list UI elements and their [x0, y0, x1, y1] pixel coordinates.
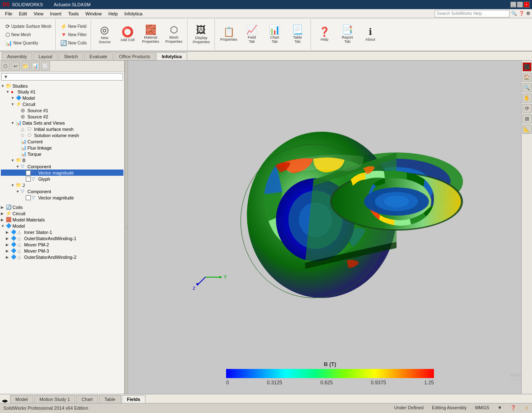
checkbox-glyph[interactable] — [26, 177, 31, 182]
display-properties-icon: 🖼 — [196, 25, 206, 35]
properties-btn[interactable]: 📋 Properties — [217, 26, 240, 43]
tree-item-torque[interactable]: 📊 Torque — [1, 151, 123, 157]
new-source-btn[interactable]: ◎ NewSource — [94, 23, 116, 46]
chart-tab-btn[interactable]: 📊 ChartTab — [264, 24, 286, 45]
new-mesh-btn[interactable]: ⬡ New Mesh — [3, 31, 54, 39]
tree-item-model-materials[interactable]: ▶ 🧱 Model Materials — [1, 216, 123, 223]
material-properties-btn[interactable]: 🧱 MaterialProperties — [139, 24, 162, 45]
sidebar-btn-3[interactable]: 📁 — [21, 61, 30, 71]
display-properties-btn[interactable]: 🖼 DisplayProperties — [190, 23, 213, 46]
help-btn[interactable]: ❓ Help — [313, 26, 336, 43]
right-btn-display[interactable]: 📐 — [522, 125, 532, 134]
new-quantity-btn[interactable]: 📊 New Quantity — [3, 39, 54, 47]
right-btn-section[interactable]: ⊞ — [522, 114, 532, 123]
bottom-tab-model[interactable]: Model — [10, 395, 33, 403]
tree-item-inner-stator[interactable]: ▶ 🔷 △ Inner Stator-1 — [1, 229, 123, 235]
checkbox-vector-magnitude[interactable]: ✓ — [26, 170, 31, 175]
table-tab-btn[interactable]: 📃 TableTab — [286, 24, 309, 45]
toolbar-group-actions: ◎ NewSource ⭕ Add Coil 🧱 MaterialPropert… — [92, 19, 187, 50]
bottom-tab-motion-study[interactable]: Motion Study 1 — [34, 395, 75, 403]
tree-item-model[interactable]: ▼ 🔷 Model — [1, 95, 123, 101]
help-status-btn[interactable]: ❓ — [510, 405, 516, 411]
menu-file[interactable]: File — [2, 10, 16, 17]
tree-item-coils[interactable]: ▶ 🔄 Coils — [1, 204, 123, 210]
report-tab-btn[interactable]: 📑 ReportTab — [336, 24, 359, 45]
new-field-btn[interactable]: ⚡ New Field — [58, 22, 89, 30]
new-filter-btn[interactable]: 🔻 New Filter — [58, 31, 89, 39]
legend-v3: 0.9375 — [371, 380, 386, 386]
field-tab-icon: 📈 — [246, 25, 257, 34]
checkbox-vector-magnitude-j[interactable] — [26, 195, 31, 200]
tree-item-vector-magnitude-j[interactable]: ▽ Vector magnitude — [1, 194, 123, 201]
tree-item-flux[interactable]: 📊 Flux linkage — [1, 145, 123, 151]
menu-help[interactable]: Help — [105, 10, 121, 17]
tab-infolytica[interactable]: Infolytica — [156, 52, 187, 60]
tab-assembly[interactable]: Assembly — [2, 52, 32, 60]
tree-item-mover-pm3[interactable]: ▶ 🔷 △ Mover PM-3 — [1, 248, 123, 254]
toolbar: ⟳ Update Surface Mesh ⬡ New Mesh 📊 New Q… — [0, 18, 532, 52]
sidebar-btn-5[interactable]: ⬜ — [41, 61, 50, 71]
tree-item-model-bottom[interactable]: ▼ 🔷 Model — [1, 223, 123, 229]
right-btn-home[interactable]: 🏠 — [522, 73, 532, 82]
menu-edit[interactable]: Edit — [16, 10, 30, 17]
minimize-btn[interactable]: _ — [510, 2, 516, 7]
mesh-properties-btn[interactable]: ⬡ MeshProperties — [163, 24, 185, 45]
field-tab-btn[interactable]: 📈 FieldTab — [241, 24, 263, 45]
right-btn-zoom-area[interactable]: ⬛ — [522, 62, 532, 71]
tab-sketch[interactable]: Sketch — [59, 52, 84, 60]
units-dropdown[interactable]: ▼ — [498, 405, 502, 411]
prev-tab-btn[interactable]: ◀ — [2, 398, 5, 403]
search-input[interactable] — [8, 75, 121, 79]
search-box[interactable]: Search SolidWorks Help — [435, 10, 510, 17]
sidebar: ⬡ ↩ 📁 📊 ⬜ ▼ ▼ 📁 Studies ▼ ● Study #1 — [0, 61, 125, 394]
tree-item-circuit-bottom[interactable]: ▶ ⚡ Circuit — [1, 210, 123, 216]
tree-item-vector-magnitude[interactable]: ✓ ▽ Vector magnitude — [1, 170, 123, 176]
tree-item-component-j[interactable]: ▼ ▽ Component — [1, 188, 123, 194]
tree-item-outer-stator-2[interactable]: ▶ 🔷 △ OuterStatorAndWinding-2 — [1, 254, 123, 260]
tree-item-solution-volume[interactable]: ◇ ⬡ Solution volume mesh — [1, 132, 123, 138]
tree-item-study1[interactable]: ▼ ● Study #1 — [1, 89, 123, 95]
tree-item-J[interactable]: ▼ 📁 J — [1, 182, 123, 188]
menu-infolytica[interactable]: Infolytica — [121, 10, 145, 17]
bottom-tab-chart[interactable]: Chart — [76, 395, 98, 403]
tree-item-mover-pm2[interactable]: ▶ 🔷 △ Mover PM-2 — [1, 241, 123, 248]
menu-insert[interactable]: Insert — [47, 10, 65, 17]
tree-item-component-b[interactable]: ▼ ▽ Component — [1, 163, 123, 170]
bottom-tab-table[interactable]: Table — [99, 395, 121, 403]
tab-office-products[interactable]: Office Products — [113, 52, 155, 60]
maximize-btn[interactable]: □ — [517, 2, 523, 7]
tree-item-outer-stator-1[interactable]: ▶ 🔷 △ OuterStatorAndWinding-1 — [1, 235, 123, 241]
search-icon[interactable]: 🔍 — [511, 11, 517, 16]
sidebar-btn-4[interactable]: 📊 — [31, 61, 40, 71]
tree-item-studies[interactable]: ▼ 📁 Studies — [1, 83, 123, 89]
add-coil-btn[interactable]: ⭕ Add Coil — [116, 25, 139, 44]
new-coils-icon: 🔄 — [60, 40, 67, 46]
menu-view[interactable]: View — [30, 10, 47, 17]
tree-item-B[interactable]: ▼ 📁 B — [1, 157, 123, 163]
close-btn[interactable]: × — [524, 2, 530, 7]
tab-layout[interactable]: Layout — [33, 52, 58, 60]
next-tab-btn[interactable]: ▶ — [5, 398, 8, 403]
right-btn-rotate[interactable]: ⟳ — [522, 104, 532, 113]
tree-item-datasets[interactable]: ▼ 📊 Data Sets and Views — [1, 120, 123, 126]
menu-window[interactable]: Window — [82, 10, 105, 17]
right-btn-zoom[interactable]: 🔍 — [522, 83, 532, 92]
tree-item-glyph[interactable]: ▽ Glyph — [1, 176, 123, 182]
sidebar-btn-1[interactable]: ⬡ — [1, 61, 10, 71]
right-btn-pan[interactable]: ✋ — [522, 93, 532, 103]
about-btn[interactable]: ℹ About — [359, 26, 382, 43]
tree-item-initial-surface[interactable]: △ ⬡ Initial surface mesh — [1, 126, 123, 132]
update-surface-mesh-btn[interactable]: ⟳ Update Surface Mesh — [3, 22, 54, 30]
tree-item-source2[interactable]: ◎ Source #2 — [1, 113, 123, 120]
tab-evaluate[interactable]: Evaluate — [84, 52, 113, 60]
help-icon[interactable]: ❓ — [519, 11, 525, 16]
menu-tools[interactable]: Tools — [65, 10, 82, 17]
tree-item-current[interactable]: 📊 Current — [1, 138, 123, 145]
new-coils-btn[interactable]: 🔄 New Coils — [58, 39, 89, 47]
canvas-area[interactable]: Y z B (T) 0 0.3125 0.625 0.9375 1.25 — [128, 61, 532, 394]
tree-item-source1[interactable]: ◎ Source #1 — [1, 107, 123, 113]
tree-item-circuit[interactable]: ▼ ⚡ Circuit — [1, 101, 123, 107]
sidebar-btn-2[interactable]: ↩ — [11, 61, 20, 71]
sidebar-collapse-handle[interactable]: ⋮ — [125, 61, 128, 394]
bottom-tab-fields[interactable]: Fields — [122, 395, 146, 403]
